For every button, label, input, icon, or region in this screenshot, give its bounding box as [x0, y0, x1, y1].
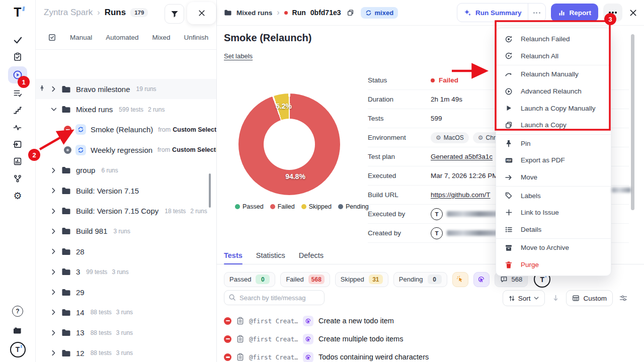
chevron-right-icon[interactable] — [50, 208, 57, 214]
auto-test-icon — [303, 352, 313, 362]
profile-logo-icon: T — [10, 342, 26, 357]
chevron-right-icon[interactable] — [50, 269, 57, 275]
menu-item-relaunch-manually[interactable]: Relaunch Manually — [496, 66, 611, 83]
breadcrumb-project[interactable]: Zyntra Spark — [44, 8, 93, 18]
close-panel-button[interactable] — [629, 9, 637, 17]
filter-pending[interactable]: Pending0 — [393, 272, 447, 287]
menu-item-relaunch-failed[interactable]: Relaunch Failed — [496, 31, 611, 48]
report-button[interactable]: Report — [551, 4, 599, 22]
tree-row-build-715-copy[interactable]: Build: Version 7.15 Copy 18 tests 2 runs — [35, 201, 216, 221]
tree-scrollbar[interactable] — [209, 173, 211, 208]
menu-item-link-to-issue[interactable]: Link to Issue — [496, 204, 611, 221]
main-scrollbar[interactable] — [631, 34, 634, 210]
sidebar-item-projects[interactable] — [8, 323, 27, 338]
tree-row-weekly-regression[interactable]: Weekly regression from Custom Selectio — [35, 140, 216, 160]
chevron-right-icon[interactable] — [50, 228, 57, 234]
menu-item-advanced-relaunch[interactable]: Advanced Relaunch — [496, 83, 611, 100]
tree-row-3[interactable]: 3 99 tests 3 runs — [35, 262, 216, 282]
sidebar-item-milestones[interactable] — [8, 103, 27, 118]
build-url-link[interactable]: https://github.com/T — [431, 191, 491, 199]
tree-row-29[interactable]: 29 — [35, 282, 216, 302]
tree-row-build-981[interactable]: Build 981 3 runs — [35, 221, 216, 241]
set-labels-link[interactable]: Set labels — [224, 52, 253, 60]
sidebar-item-tasks[interactable] — [8, 49, 27, 64]
tab-tests[interactable]: Tests — [224, 247, 243, 264]
tree-row-group[interactable]: group 6 runs — [35, 160, 216, 180]
tree-row-label: 3 — [76, 267, 80, 276]
tree-row-12[interactable]: 12 88 tests 3 runs — [35, 343, 216, 362]
menu-item-launch-copy[interactable]: Launch a Copy — [496, 117, 611, 134]
copy-icon[interactable] — [347, 9, 354, 17]
manual-click-filter[interactable] — [452, 272, 468, 287]
filter-passed[interactable]: Passed0 — [224, 272, 275, 287]
tree-row-smoke-relaunch[interactable]: Smoke (Relaunch) from Custom Selectio — [35, 120, 216, 140]
chevron-right-icon[interactable] — [50, 167, 57, 173]
filters-sliders-button[interactable] — [617, 291, 630, 306]
sort-button[interactable]: Sort — [503, 290, 545, 306]
sort-direction-button[interactable] — [549, 291, 562, 306]
chevron-down-icon[interactable] — [50, 108, 57, 111]
chevron-right-icon[interactable] — [50, 188, 57, 194]
tree-row-mixed-runs[interactable]: Mixed runs 599 tests 2 runs — [35, 99, 216, 119]
tab-defects[interactable]: Defects — [299, 247, 324, 264]
sidebar-item-settings[interactable]: ⚙ — [8, 188, 27, 203]
run-summary-more-button[interactable] — [528, 4, 545, 22]
chevron-right-icon[interactable] — [50, 289, 57, 295]
tab-automated[interactable]: Automated — [106, 34, 138, 41]
tab-unfinished[interactable]: Unfinish — [184, 34, 209, 41]
menu-item-labels[interactable]: Labels — [496, 187, 611, 204]
chevron-right-icon[interactable] — [50, 330, 57, 336]
chevron-right-icon[interactable] — [50, 309, 57, 315]
menu-item-move-to-archive[interactable]: Move to Archive — [496, 239, 611, 256]
app-logo[interactable]: T — [14, 5, 21, 20]
run-summary-button[interactable]: Run Summary — [457, 4, 528, 22]
auto-click-filter[interactable] — [473, 272, 490, 287]
sidebar-item-analytics[interactable] — [8, 154, 27, 169]
tab-mixed[interactable]: Mixed — [152, 34, 171, 41]
test-plan-link[interactable]: Generated a5bf3a1c — [431, 153, 493, 160]
sidebar-item-pulls[interactable] — [8, 137, 27, 152]
breadcrumb-folder[interactable]: Mixed runs — [236, 9, 272, 17]
tree-row-build-715[interactable]: Build: Version 7.15 — [35, 180, 216, 201]
sidebar-item-help[interactable]: ? — [8, 304, 27, 319]
filter-failed[interactable]: Failed568 — [280, 272, 330, 287]
sidebar-item-profile[interactable]: T — [8, 342, 27, 357]
search-input[interactable] — [224, 290, 325, 305]
menu-item-export-pdf[interactable]: PDF Export as PDF — [496, 152, 611, 169]
tree-row-source: Custom Selectio — [173, 126, 216, 133]
env-chip-macos[interactable]: ⚙MacOS — [431, 132, 469, 143]
test-title[interactable]: Create a new todo item — [318, 317, 394, 325]
filter-button[interactable] — [165, 4, 184, 24]
select-all-icon[interactable] — [48, 33, 56, 42]
menu-item-purge[interactable]: Purge — [496, 256, 611, 274]
filter-skipped[interactable]: Skipped31 — [335, 272, 388, 287]
tab-statistics[interactable]: Statistics — [256, 247, 285, 264]
sidebar-item-branches[interactable] — [8, 171, 27, 186]
menu-item-launch-copy-manually[interactable]: Launch a Copy Manually — [496, 100, 611, 117]
custom-view-button[interactable]: Custom — [566, 290, 613, 306]
chevron-right-icon[interactable] — [50, 248, 57, 254]
chevron-right-icon[interactable] — [50, 86, 57, 92]
test-row[interactable]: @first Creat… Todos containing weird cha… — [224, 348, 634, 362]
pending-count-badge: 0 — [428, 275, 442, 284]
menu-item-move[interactable]: Move — [496, 169, 611, 186]
sidebar-item-activity[interactable] — [8, 120, 27, 135]
tree-row-13[interactable]: 13 88 tests 3 runs — [35, 323, 216, 343]
test-title[interactable]: Todos containing weird characters — [318, 353, 429, 361]
menu-item-relaunch-all[interactable]: Relaunch All — [496, 48, 611, 65]
chevron-right-icon[interactable] — [50, 350, 57, 356]
sidebar-item-test-cases[interactable] — [8, 85, 27, 101]
tree-row-bravo-milestone[interactable]: Bravo milestone 19 runs — [35, 79, 216, 99]
tree-row-28[interactable]: 28 — [35, 241, 216, 261]
sidebar-item-runs[interactable] — [8, 66, 27, 83]
test-title[interactable]: Create multiple todo items — [318, 335, 403, 343]
test-row[interactable]: @first Creat… Create a new todo item — [224, 312, 634, 330]
close-search-button[interactable] — [187, 2, 216, 24]
tab-manual[interactable]: Manual — [70, 34, 92, 41]
test-row[interactable]: @first Creat… Create multiple todo items — [224, 330, 634, 348]
sidebar-item-check[interactable] — [8, 32, 27, 47]
menu-item-details[interactable]: Details — [496, 221, 611, 238]
run-more-button[interactable] — [603, 4, 622, 22]
menu-item-pin[interactable]: Pin — [496, 135, 611, 152]
tree-row-14[interactable]: 14 88 tests 3 runs — [35, 302, 216, 322]
